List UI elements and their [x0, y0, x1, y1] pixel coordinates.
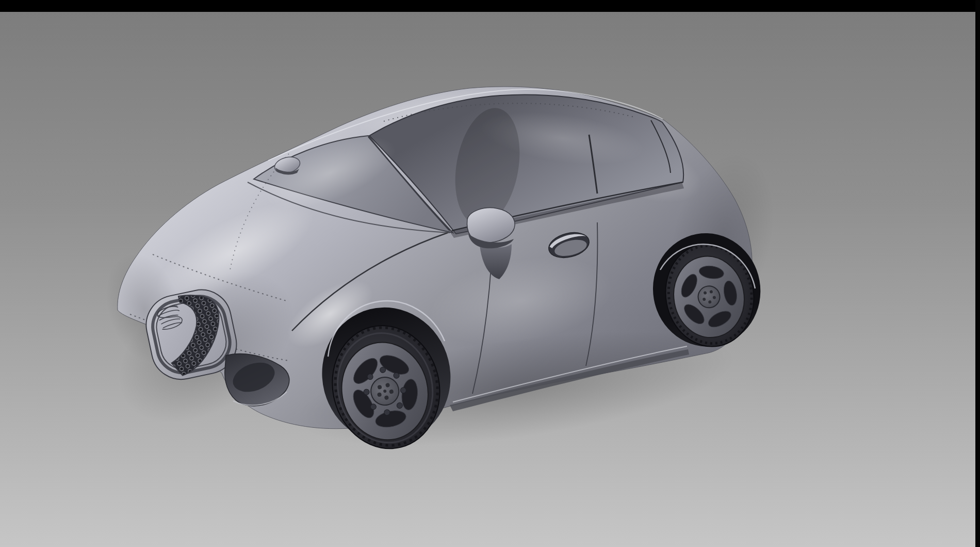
right-letterbox-bar: [975, 0, 980, 547]
cad-screenshot: 3D CAD viewport render of a silver-gray …: [0, 0, 980, 547]
viewport-3d[interactable]: [0, 12, 975, 547]
top-letterbox-bar: [0, 0, 980, 12]
car-model[interactable]: [91, 76, 791, 468]
car-render-svg: [0, 12, 980, 547]
